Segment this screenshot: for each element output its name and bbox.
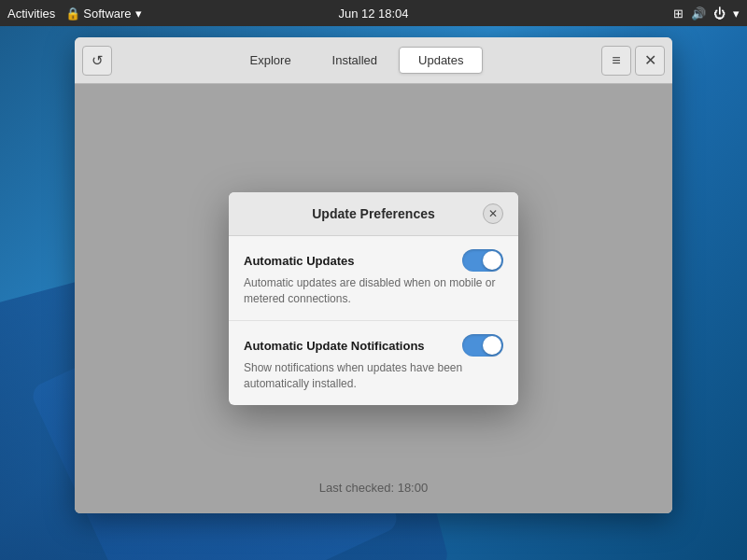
toggle-track-1 xyxy=(462,249,503,272)
refresh-button[interactable]: ↺ xyxy=(82,46,112,76)
volume-icon: 🔊 xyxy=(691,7,706,21)
topbar-system-icons: ⊞ 🔊 ⏻ ▾ xyxy=(673,7,740,21)
tab-installed[interactable]: Installed xyxy=(313,47,397,74)
preference-top-2: Automatic Update Notifications xyxy=(244,334,503,357)
modal-body: Automatic Updates Automatic updates are … xyxy=(229,236,518,404)
modal-close-button[interactable]: ✕ xyxy=(483,203,503,224)
tab-bar: Explore Installed Updates xyxy=(120,47,594,74)
automatic-updates-toggle[interactable] xyxy=(462,249,503,272)
topbar: Activities 🔒 Software ▾ Jun 12 18:04 ⊞ 🔊… xyxy=(0,0,747,26)
automatic-updates-label: Automatic Updates xyxy=(244,254,354,268)
modal-overlay: Update Preferences ✕ Automatic Updates xyxy=(75,84,672,513)
headerbar-actions: ≡ ✕ xyxy=(601,46,665,76)
app-window: ↺ Explore Installed Updates ≡ ✕ Update P… xyxy=(75,37,672,513)
preference-row-notifications: Automatic Update Notifications Show noti… xyxy=(229,321,518,405)
toggle-thumb-1 xyxy=(483,251,501,270)
power-icon: ⏻ xyxy=(713,7,726,21)
activities-button[interactable]: Activities xyxy=(7,7,55,21)
notifications-label: Automatic Update Notifications xyxy=(244,339,425,353)
toggle-track-2 xyxy=(462,334,503,357)
app-content: Update Preferences ✕ Automatic Updates xyxy=(75,84,672,513)
preferences-modal: Update Preferences ✕ Automatic Updates xyxy=(229,192,518,404)
preference-row-automatic-updates: Automatic Updates Automatic updates are … xyxy=(229,236,518,321)
lock-icon: 🔒 xyxy=(66,7,79,20)
topbar-arrow: ▾ xyxy=(733,7,740,21)
modal-header: Update Preferences ✕ xyxy=(229,192,518,236)
modal-title: Update Preferences xyxy=(264,206,483,221)
notifications-toggle[interactable] xyxy=(462,334,503,357)
app-menu[interactable]: 🔒 Software ▾ xyxy=(66,7,141,21)
menu-button[interactable]: ≡ xyxy=(601,46,631,76)
network-icon: ⊞ xyxy=(673,7,684,21)
tab-updates[interactable]: Updates xyxy=(399,47,483,74)
headerbar: ↺ Explore Installed Updates ≡ ✕ xyxy=(75,37,672,84)
app-menu-label: Software xyxy=(83,7,131,21)
app-menu-arrow: ▾ xyxy=(135,7,142,21)
notifications-description: Show notifications when updates have bee… xyxy=(244,360,503,392)
preference-top-1: Automatic Updates xyxy=(244,249,503,272)
topbar-datetime: Jun 12 18:04 xyxy=(338,7,408,21)
tab-explore[interactable]: Explore xyxy=(231,47,311,74)
close-button[interactable]: ✕ xyxy=(635,46,665,76)
automatic-updates-description: Automatic updates are disabled when on m… xyxy=(244,275,503,307)
toggle-thumb-2 xyxy=(483,336,501,355)
